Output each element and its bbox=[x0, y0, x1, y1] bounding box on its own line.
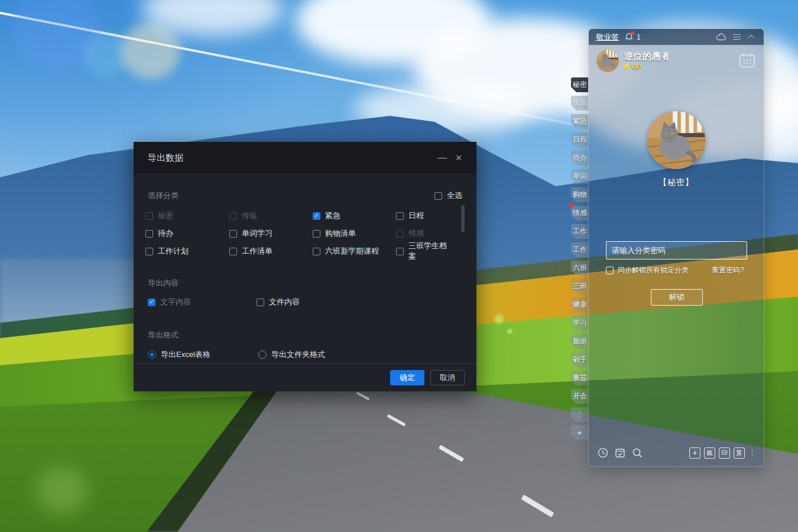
desktop: 导出数据 — × 选择分类 ✓ 全选 ✓ 秘密 ✓ 传输 bbox=[0, 0, 798, 532]
export-content-label: 导出内容 bbox=[148, 278, 179, 288]
checkbox-checked-icon: ✓ bbox=[313, 212, 320, 220]
close-icon[interactable]: × bbox=[450, 150, 467, 166]
print-icon[interactable]: 印 bbox=[719, 447, 730, 459]
category-checkbox-work-list[interactable]: ✓ 工作清单 bbox=[229, 246, 273, 256]
category-checkbox-todo[interactable]: ✓ 待办 bbox=[145, 229, 173, 238]
format-radio-folder[interactable]: 导出文件夹格式 bbox=[258, 349, 325, 360]
dialog-footer: 确定 取消 bbox=[134, 363, 476, 391]
checkbox-icon: ✓ bbox=[257, 299, 264, 306]
content-checkbox-text[interactable]: ✓ 文字内容 bbox=[148, 297, 257, 307]
bell-icon[interactable] bbox=[625, 33, 633, 41]
user-avatar[interactable] bbox=[597, 50, 618, 71]
new-note-icon[interactable]: + bbox=[689, 447, 700, 459]
checkbox-icon: ✓ bbox=[229, 248, 237, 255]
unlock-button[interactable]: 解锁 bbox=[651, 289, 703, 306]
category-checkbox-emotion: ✓ 情感 bbox=[396, 229, 424, 238]
category-avatar bbox=[647, 111, 705, 169]
panel-footer: + 账 印 算 ⋮ bbox=[589, 445, 764, 460]
dialog-titlebar: 导出数据 — × bbox=[134, 142, 476, 174]
password-input[interactable] bbox=[606, 241, 747, 259]
select-all-checkbox[interactable]: ✓ 全选 bbox=[434, 190, 462, 201]
select-category-label: 选择分类 bbox=[148, 190, 179, 201]
content-checkbox-file[interactable]: ✓ 文件内容 bbox=[257, 297, 300, 307]
category-checkbox-secret: ✓ 秘密 bbox=[145, 211, 173, 220]
export-data-dialog: 导出数据 — × 选择分类 ✓ 全选 ✓ 秘密 ✓ 传输 bbox=[134, 142, 476, 391]
select-all-label: 全选 bbox=[447, 190, 462, 201]
checkbox-icon: ✓ bbox=[396, 230, 404, 238]
category-checkbox-class3[interactable]: ✓ 三班学生档案 bbox=[396, 246, 454, 256]
checkbox-icon: ✓ bbox=[229, 230, 237, 238]
ok-button[interactable]: 确定 bbox=[390, 370, 424, 385]
collapse-icon[interactable] bbox=[746, 32, 758, 43]
category-checkbox-words[interactable]: ✓ 单词学习 bbox=[229, 229, 273, 238]
checkbox-icon: ✓ bbox=[434, 192, 442, 200]
cloud-sync-icon[interactable] bbox=[715, 32, 727, 43]
locked-category-label: 【秘密】 bbox=[589, 177, 764, 188]
checkbox-icon: ✓ bbox=[396, 212, 404, 220]
notification-badge bbox=[631, 31, 634, 35]
checkbox-icon: ✓ bbox=[313, 248, 320, 255]
export-format-label: 导出格式 bbox=[148, 330, 179, 340]
lens-flare-dot bbox=[494, 314, 504, 324]
checkbox-icon: ✓ bbox=[313, 230, 320, 238]
scrollbar-thumb[interactable] bbox=[461, 205, 465, 232]
checkbox-icon: ✓ bbox=[145, 230, 153, 238]
cancel-button[interactable]: 取消 bbox=[430, 370, 465, 385]
notification-dot bbox=[569, 203, 573, 207]
notes-panel: 敬业签 1 bbox=[588, 28, 764, 467]
ledger-icon[interactable]: 账 bbox=[704, 447, 715, 459]
search-icon[interactable] bbox=[631, 447, 643, 459]
vip-badge: VIP bbox=[624, 63, 733, 70]
category-checkbox-urgent[interactable]: ✓ 紧急 bbox=[313, 211, 340, 220]
checkbox-checked-icon: ✓ bbox=[148, 299, 155, 306]
locked-category-view: 【秘密】 bbox=[589, 100, 764, 188]
radio-selected-icon bbox=[148, 351, 156, 359]
calendar-icon[interactable] bbox=[739, 53, 755, 68]
category-checkbox-transfer: ✓ 传输 bbox=[229, 211, 257, 220]
panel-header: 敬业签 1 bbox=[589, 29, 764, 45]
reset-password-link[interactable]: 重置密码? bbox=[712, 265, 744, 275]
checkbox-icon: ✓ bbox=[229, 212, 237, 220]
menu-icon[interactable] bbox=[731, 32, 742, 43]
checkbox-icon: ✓ bbox=[396, 248, 404, 255]
dialog-title: 导出数据 bbox=[148, 153, 434, 164]
category-checkbox-work-plan[interactable]: ✓ 工作计划 bbox=[145, 246, 189, 256]
category-checkbox-class6[interactable]: ✓ 六班新学期课程 bbox=[313, 246, 379, 256]
format-radio-excel[interactable]: 导出Excel表格 bbox=[148, 349, 258, 360]
category-scrollbar bbox=[461, 205, 465, 262]
gem-icon bbox=[623, 63, 630, 70]
todo-calendar-icon[interactable] bbox=[614, 447, 626, 459]
checkbox-icon: ✓ bbox=[145, 212, 153, 220]
category-checkbox-schedule[interactable]: ✓ 日程 bbox=[396, 211, 424, 220]
lens-flare-dot bbox=[507, 329, 512, 334]
clock-icon[interactable] bbox=[597, 447, 609, 459]
lens-flare bbox=[121, 22, 180, 79]
radio-icon bbox=[258, 351, 267, 359]
footer-more-icon[interactable]: ⋮ bbox=[749, 452, 755, 454]
lens-flare bbox=[35, 467, 89, 514]
sync-unlock-checkbox[interactable] bbox=[606, 267, 614, 274]
user-name: 逆位的愚者 bbox=[624, 51, 733, 62]
checkbox-icon: ✓ bbox=[145, 248, 153, 255]
calculator-icon[interactable]: 算 bbox=[734, 447, 745, 459]
notification-count: 1 bbox=[637, 33, 641, 41]
category-checkbox-shopping[interactable]: ✓ 购物清单 bbox=[313, 229, 356, 238]
app-title[interactable]: 敬业签 bbox=[596, 32, 619, 43]
sync-unlock-label: 同步解锁所有锁定分类 bbox=[618, 265, 712, 275]
profile-row: 逆位的愚者 VIP bbox=[589, 45, 764, 74]
minimize-icon[interactable]: — bbox=[434, 150, 450, 166]
